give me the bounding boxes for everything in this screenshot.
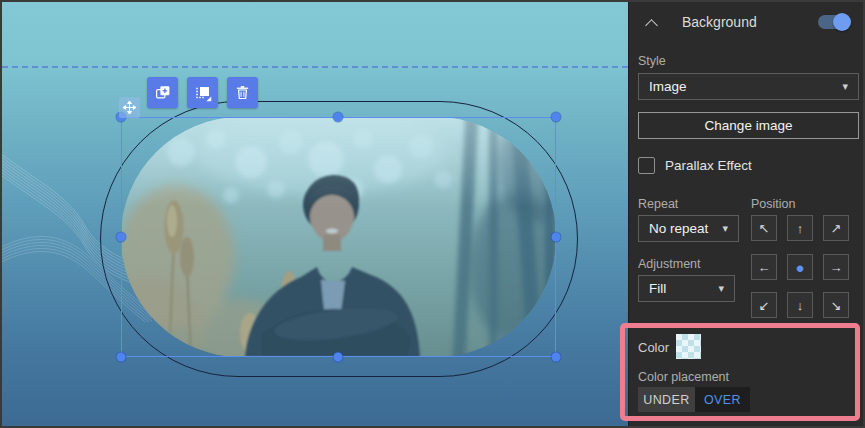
background-settings-panel: Background Style Image ▾ Change image Pa… (628, 2, 863, 426)
position-bottom-right-button[interactable]: ↘ (823, 292, 849, 318)
color-label: Color (638, 340, 669, 355)
placement-over-button[interactable]: OVER (695, 387, 750, 412)
caret-down-icon: ▾ (842, 80, 848, 93)
toggle-knob (833, 13, 851, 31)
design-canvas[interactable] (2, 2, 628, 426)
editor-window: Background Style Image ▾ Change image Pa… (0, 0, 865, 428)
resize-handle-right[interactable] (552, 233, 561, 242)
duplicate-icon (154, 84, 172, 102)
repeat-dropdown-value: No repeat (649, 221, 708, 236)
position-bottom-button[interactable]: ↓ (787, 292, 813, 318)
panel-title: Background (682, 14, 757, 30)
delete-button[interactable] (227, 77, 258, 108)
caret-down-icon: ▾ (718, 282, 724, 295)
trash-icon (234, 84, 251, 101)
arrange-button[interactable] (187, 77, 218, 108)
resize-handle-left[interactable] (117, 233, 126, 242)
background-toggle[interactable] (818, 15, 850, 29)
position-top-right-button[interactable]: ↗ (823, 215, 849, 241)
background-image-element[interactable] (121, 117, 556, 357)
section-guide-line (2, 66, 628, 68)
change-image-button[interactable]: Change image (638, 112, 859, 139)
collapse-panel-icon[interactable] (645, 19, 658, 32)
resize-handle-top-right[interactable] (552, 113, 561, 122)
position-top-button[interactable]: ↑ (787, 215, 813, 241)
position-center-button-selected[interactable]: ● (787, 254, 813, 280)
position-bottom-left-button[interactable]: ↙ (751, 292, 777, 318)
portrait-photo (121, 117, 556, 357)
resize-handle-top[interactable] (334, 113, 343, 122)
position-top-left-button[interactable]: ↖ (751, 215, 777, 241)
resize-handle-bottom[interactable] (334, 353, 343, 362)
arrange-icon (194, 84, 212, 102)
adjustment-label: Adjustment (638, 257, 701, 271)
position-left-button[interactable]: ← (751, 254, 777, 280)
style-label: Style (638, 54, 666, 68)
parallax-checkbox[interactable] (638, 157, 655, 174)
style-dropdown-value: Image (649, 79, 687, 94)
move-icon (123, 101, 136, 114)
position-right-button[interactable]: → (823, 254, 849, 280)
resize-handle-bottom-left[interactable] (117, 353, 126, 362)
caret-down-icon: ▾ (722, 222, 728, 235)
move-handle[interactable] (119, 97, 140, 118)
color-swatch[interactable] (676, 334, 701, 359)
style-dropdown[interactable]: Image ▾ (638, 73, 859, 100)
resize-handle-bottom-right[interactable] (552, 353, 561, 362)
duplicate-button[interactable] (147, 77, 178, 108)
adjustment-dropdown-value: Fill (649, 281, 666, 296)
position-label: Position (751, 197, 795, 211)
parallax-label: Parallax Effect (665, 158, 752, 173)
placement-under-button-selected[interactable]: UNDER (638, 387, 695, 412)
color-placement-label: Color placement (638, 370, 729, 384)
adjustment-dropdown[interactable]: Fill ▾ (638, 275, 735, 302)
repeat-dropdown[interactable]: No repeat ▾ (638, 215, 739, 242)
repeat-label: Repeat (638, 197, 678, 211)
